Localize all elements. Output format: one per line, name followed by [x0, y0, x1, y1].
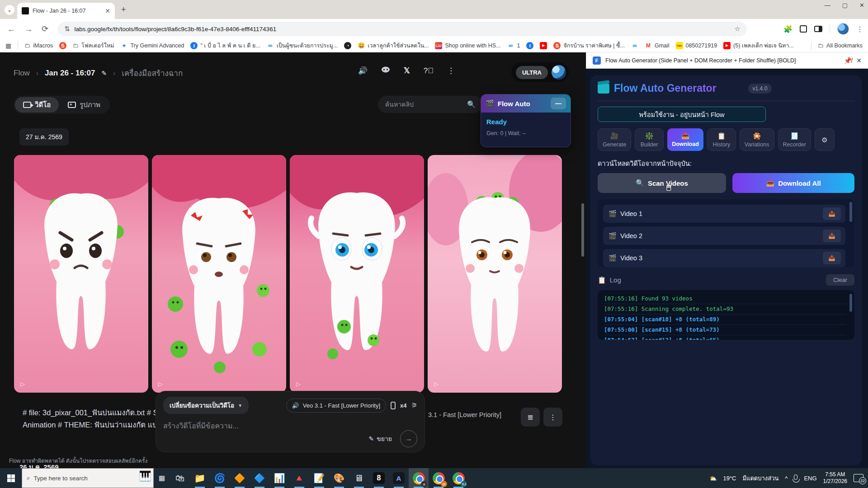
chrome-profile-2-icon[interactable]: @	[429, 468, 448, 488]
paint-icon[interactable]: 🎨	[329, 468, 349, 488]
site-settings-icon[interactable]: ⇅	[64, 25, 70, 33]
video-thumbnail-3[interactable]: ▷	[290, 155, 424, 393]
remote-desktop-icon[interactable]: 🖥	[349, 468, 369, 488]
tray-expand-chevron[interactable]: ^	[785, 475, 788, 482]
page-scrollbar[interactable]	[581, 203, 584, 257]
bookmark-phone[interactable]: Yale 0850271919	[676, 42, 717, 49]
url-text[interactable]: labs.google/fx/th/tools/flow/project/8a6…	[75, 26, 730, 33]
side-panel-toggle-icon[interactable]	[814, 26, 822, 32]
microsoft-store-icon[interactable]: 🛍	[170, 468, 190, 488]
bookmark-gmail[interactable]: M Gmail	[645, 42, 670, 49]
breadcrumb-tool[interactable]: เครื่องมือสร้างฉาก	[122, 67, 183, 79]
bookmark-dark-site[interactable]: ◔	[344, 42, 351, 49]
bookmark-discount[interactable]: 😄 เวลาลูกค้าใช้ส่วนลดใน...	[358, 41, 429, 50]
prompt-settings-icon[interactable]: ⚞	[411, 401, 417, 409]
weather-text[interactable]: มีแดดบางส่วน	[742, 474, 778, 483]
apps-grid-icon[interactable]: ▦	[5, 42, 11, 49]
imacros-extension-icon[interactable]	[800, 25, 807, 33]
bookmark-youtube-kids[interactable]: ▶ (5) เพลงเด็ก พ่อเจ นิทา...	[723, 41, 794, 50]
tab-video[interactable]: วิดีโอ	[15, 97, 59, 113]
bookmark-imacros[interactable]: 🗀 iMacros	[24, 42, 53, 49]
notepad-icon[interactable]: 📝	[309, 468, 329, 488]
all-bookmarks-button[interactable]: 🗀 All Bookmarks	[818, 42, 863, 49]
clock[interactable]: 7:55 AM 1/27/2026	[823, 471, 847, 485]
weather-temp[interactable]: 19°C	[723, 475, 736, 482]
bookmark-meta[interactable]: ∞	[631, 42, 638, 49]
download-all-button[interactable]: 📥 Download All	[732, 173, 854, 193]
bookmark-lazada[interactable]: Laz Shop online with HS...	[435, 42, 500, 49]
prompt-mode-dropdown[interactable]: เปลี่ยนข้อความเป็นวิดีโอ ▼	[163, 397, 249, 414]
sound-icon[interactable]: 🔊	[358, 66, 368, 75]
output-count-label[interactable]: x4	[400, 402, 406, 409]
bookmark-shopee-bike[interactable]: S จักรบ้าน ราคาพิเศษ | ซื้...	[553, 41, 624, 50]
browser-tab[interactable]: Flow - Jan 26 - 16:07 ✕	[17, 3, 115, 19]
bookmark-facebook[interactable]: f	[526, 42, 533, 49]
window-maximize-button[interactable]: ▢	[842, 2, 848, 9]
microphone-icon[interactable]	[794, 474, 797, 480]
new-tab-button[interactable]: +	[121, 5, 126, 14]
action-center-icon[interactable]: 22	[854, 474, 863, 482]
tab-recorder[interactable]: 🧾 Recorder	[778, 128, 811, 151]
play-icon[interactable]: ▷	[296, 380, 301, 387]
edge-icon[interactable]: 🌀	[210, 468, 230, 488]
tab-history[interactable]: 📋 History	[707, 128, 736, 151]
model-chip[interactable]: 🔊 Veo 3.1 - Fast [Lower Priority]	[286, 399, 386, 413]
window-minimize-button[interactable]: —	[825, 2, 830, 9]
vlc-icon[interactable]: 🔶	[230, 468, 250, 488]
bookmark-meta-auction[interactable]: ∞ เป็นผู้ชนะด้วยการประมู...	[267, 41, 338, 50]
video-list-scrollbar[interactable]	[849, 202, 852, 222]
expand-button[interactable]: ✎ ขยาย	[368, 434, 392, 444]
video-list-item-1[interactable]: 🎬 Video 1 📥	[603, 205, 845, 223]
tab-close-icon[interactable]: ✕	[105, 7, 110, 14]
bookmark-gemini[interactable]: ✦ Try Gemini Advanced	[120, 42, 184, 49]
forward-button[interactable]: →	[24, 19, 33, 39]
more-options-icon[interactable]: ⋮	[447, 66, 455, 75]
video-thumbnail-1[interactable]: ▷	[14, 155, 148, 393]
close-side-panel-icon[interactable]: ✕	[856, 57, 862, 64]
video-list-item-2[interactable]: 🎬 Video 2 📥	[603, 227, 845, 245]
clip-list-button[interactable]: ≣	[521, 408, 540, 427]
play-icon[interactable]: ▷	[158, 380, 163, 387]
chrome-profile-3-icon[interactable]: SJ	[448, 468, 468, 488]
discord-icon[interactable]	[381, 66, 390, 75]
blue-gem-app-icon[interactable]: 🔷	[250, 468, 269, 488]
start-button[interactable]	[0, 468, 22, 488]
video-thumbnail-2[interactable]: ▷	[152, 155, 286, 393]
task-view-button[interactable]: ▦	[154, 468, 170, 488]
breadcrumb-flow[interactable]: Flow	[14, 69, 30, 78]
extensions-puzzle-icon[interactable]: 🧩	[783, 25, 793, 33]
download-video-button[interactable]: 📥	[823, 207, 841, 220]
clear-log-button[interactable]: Clear	[826, 274, 854, 286]
video-thumbnail-4[interactable]: ▷	[428, 155, 562, 393]
download-video-button[interactable]: 📥	[823, 252, 841, 264]
browser-profile-avatar[interactable]	[837, 23, 849, 35]
video-list-item-3[interactable]: 🎬 Video 3 📥	[603, 249, 845, 267]
breadcrumb-project[interactable]: Jan 26 - 16:07	[45, 69, 95, 78]
tab-generate[interactable]: 🎥 Generate	[598, 128, 631, 151]
bookmark-new-folder[interactable]: 🗀 โฟลเดอร์ใหม่	[73, 41, 114, 50]
bookmark-shopee[interactable]: S	[59, 42, 66, 49]
tab-image[interactable]: รูปภาพ	[60, 97, 108, 113]
bookmark-meta-1[interactable]: ∞ 1	[507, 42, 520, 49]
account-chip[interactable]: ULTRA	[511, 62, 569, 82]
edit-pencil-icon[interactable]: ✎	[101, 70, 107, 77]
tab-builder[interactable]: ❇️ Builder	[635, 128, 664, 151]
tab-search-icon[interactable]: ⌄	[5, 5, 14, 15]
bookmark-youtube[interactable]: ▶	[540, 42, 547, 49]
file-explorer-icon[interactable]: 📁	[190, 468, 210, 488]
system-monitor-icon[interactable]: 📊	[269, 468, 289, 488]
scan-videos-button[interactable]: 🔍 Scan Videos 🖰	[598, 173, 726, 193]
clip-search-input[interactable]: ค้นหาคลิป 🔍	[378, 96, 483, 113]
app-a-icon[interactable]: A	[389, 468, 409, 488]
play-icon[interactable]: ▷	[20, 380, 25, 387]
clip-more-button[interactable]: ⋮	[543, 408, 562, 427]
app-8-icon[interactable]: 8	[369, 468, 389, 488]
tab-variations[interactable]: 🎇 Variations	[740, 128, 774, 151]
x-social-icon[interactable]: 𝕏	[404, 66, 410, 75]
weather-icon[interactable]: ⛅	[709, 475, 717, 482]
bookmark-facebook-live[interactable]: f " เ บื่ อ ไ ล ฟ์ ค น เ ดี ย...	[190, 41, 260, 50]
aspect-ratio-icon[interactable]	[391, 402, 396, 409]
download-video-button[interactable]: 📥	[823, 230, 841, 242]
minimize-panel-button[interactable]: —	[551, 98, 566, 109]
send-button[interactable]: →	[400, 430, 417, 447]
